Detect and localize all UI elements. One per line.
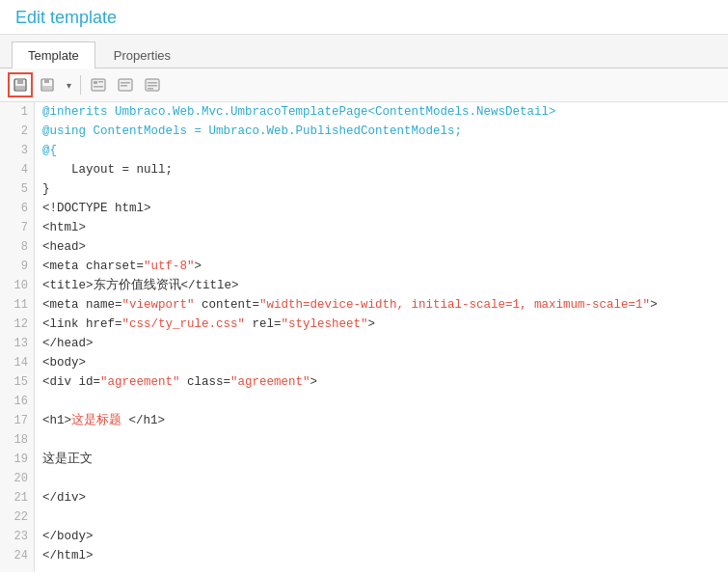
code-line: } — [42, 179, 720, 199]
line-number: 4 — [6, 160, 28, 179]
code-line: <!DOCTYPE html> — [42, 199, 720, 218]
line-number: 12 — [6, 315, 28, 334]
svg-rect-12 — [121, 85, 127, 87]
line-number: 23 — [6, 527, 28, 546]
code-line — [42, 469, 720, 488]
line-number: 11 — [6, 295, 28, 315]
code-line: </head> — [42, 334, 720, 353]
line-number: 7 — [6, 218, 28, 237]
svg-rect-2 — [15, 86, 25, 90]
code-line: <div id="agreement" class="agreement"> — [42, 372, 720, 392]
tabs-bar: Template Properties — [0, 35, 728, 69]
code-line: <h1>这是标题 </h1> — [42, 411, 720, 430]
code-line: <link href="css/ty_rule.css" rel="styles… — [42, 315, 720, 334]
save-dropdown-button[interactable]: ▾ — [62, 72, 75, 97]
toolbar-separator-1 — [80, 75, 81, 95]
save2-button[interactable] — [35, 72, 60, 97]
svg-rect-7 — [94, 81, 97, 84]
svg-rect-9 — [94, 86, 103, 88]
code-line: Layout = null; — [42, 160, 720, 179]
line-number: 13 — [6, 334, 28, 353]
line-number: 18 — [6, 430, 28, 450]
line-number: 10 — [6, 276, 28, 295]
svg-rect-16 — [148, 88, 153, 90]
page-title: Edit template — [15, 8, 117, 27]
save-button[interactable] — [8, 72, 33, 97]
line-number: 19 — [6, 450, 28, 469]
line-number: 14 — [6, 353, 28, 372]
code-line: 这是正文 — [42, 450, 720, 469]
insert-value-button[interactable] — [113, 72, 138, 97]
code-line: <meta name="viewport" content="width=dev… — [42, 295, 720, 315]
line-number: 8 — [6, 237, 28, 257]
code-line: <head> — [42, 237, 720, 257]
svg-rect-15 — [148, 85, 157, 87]
svg-rect-6 — [92, 79, 105, 91]
line-number: 21 — [6, 488, 28, 507]
code-line: </html> — [42, 546, 720, 565]
code-line: <html> — [42, 218, 720, 237]
line-number: 20 — [6, 469, 28, 488]
line-number: 22 — [6, 507, 28, 527]
tab-properties[interactable]: Properties — [97, 41, 187, 69]
code-content[interactable]: @inherits Umbraco.Web.Mvc.UmbracoTemplat… — [35, 102, 728, 572]
line-number: 2 — [6, 122, 28, 141]
svg-rect-8 — [98, 81, 103, 83]
insert-partial-button[interactable] — [140, 72, 165, 97]
code-line: <body> — [42, 353, 720, 372]
line-number: 5 — [6, 179, 28, 199]
svg-rect-14 — [148, 82, 157, 84]
line-number: 9 — [6, 257, 28, 276]
line-numbers: 123456789101112131415161718192021222324 — [0, 102, 35, 572]
line-number: 24 — [6, 546, 28, 565]
toolbar: ▾ — [0, 69, 728, 102]
code-line: @using ContentModels = Umbraco.Web.Publi… — [42, 122, 720, 141]
tab-template[interactable]: Template — [12, 41, 95, 69]
code-line — [42, 507, 720, 527]
line-number: 17 — [6, 411, 28, 430]
line-number: 3 — [6, 141, 28, 160]
code-line: @{ — [42, 141, 720, 160]
svg-rect-11 — [121, 82, 130, 84]
line-number: 6 — [6, 199, 28, 218]
line-number: 1 — [6, 102, 28, 122]
editor-area: 123456789101112131415161718192021222324 … — [0, 102, 728, 572]
svg-rect-4 — [44, 79, 49, 83]
code-line: </body> — [42, 527, 720, 546]
svg-rect-5 — [42, 86, 52, 90]
line-number: 16 — [6, 392, 28, 411]
svg-rect-1 — [17, 79, 23, 84]
code-line: <meta charset="utf-8"> — [42, 257, 720, 276]
code-line — [42, 392, 720, 411]
code-line: </div> — [42, 488, 720, 507]
line-number: 15 — [6, 372, 28, 392]
code-line: @inherits Umbraco.Web.Mvc.UmbracoTemplat… — [42, 102, 720, 122]
code-line — [42, 430, 720, 450]
query-button[interactable] — [86, 72, 111, 97]
code-line: <title>东方价值线资讯</title> — [42, 276, 720, 295]
page-header: Edit template — [0, 0, 728, 35]
